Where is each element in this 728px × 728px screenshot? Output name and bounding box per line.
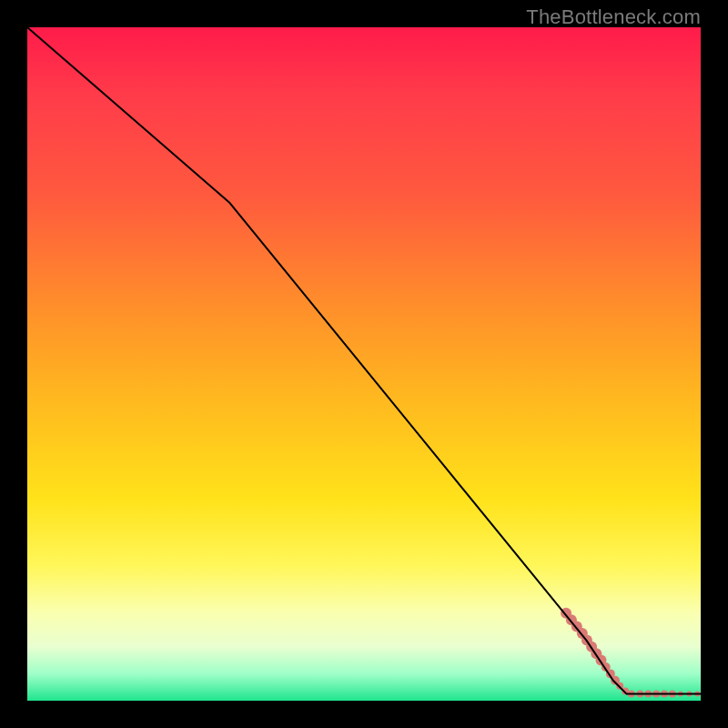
bottleneck-curve <box>27 27 701 694</box>
chart-container: TheBottleneck.com <box>0 0 728 728</box>
markers-group <box>561 608 700 698</box>
attribution-label: TheBottleneck.com <box>526 5 701 29</box>
chart-overlay <box>27 27 701 701</box>
